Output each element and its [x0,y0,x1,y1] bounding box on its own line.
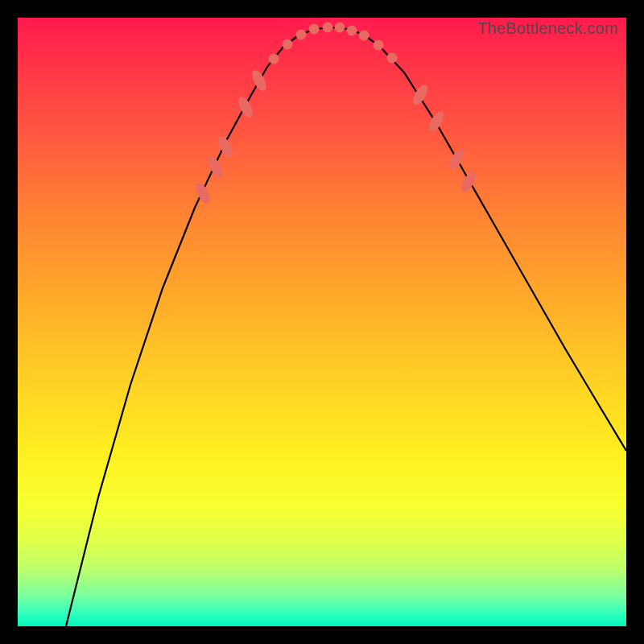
marker [359,31,369,41]
marker [323,23,333,33]
plot-area: TheBottleneck.com [18,18,626,626]
curve-line [66,27,626,626]
marker [374,40,384,51]
marker [193,181,213,206]
marker [236,95,255,120]
bottleneck-curve [66,27,626,626]
marker [446,147,466,172]
chart-frame: TheBottleneck.com [0,0,644,644]
marker [335,23,345,33]
marker [347,26,357,36]
curve-markers [193,23,479,206]
watermark-text: TheBottleneck.com [477,19,618,38]
marker [269,54,279,64]
marker [296,30,307,40]
marker [387,53,398,64]
marker [283,39,293,50]
marker [309,24,320,35]
marker [250,68,269,93]
curve-svg [18,18,626,626]
